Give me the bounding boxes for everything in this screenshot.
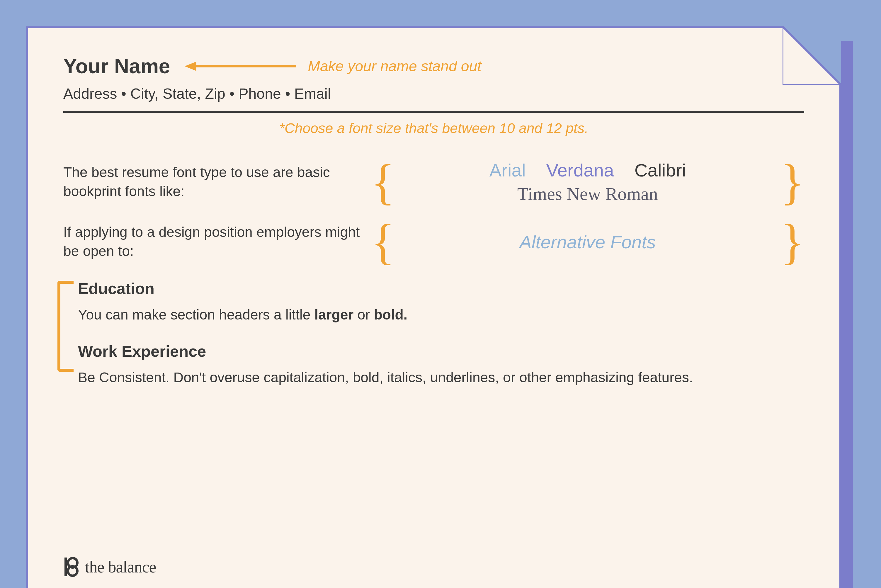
name-callout-text: Make your name stand out [308, 58, 481, 75]
font-example-arial: Arial [490, 160, 526, 180]
font-example-alternative: Alternative Fonts [519, 232, 656, 252]
work-experience-body: Be Consistent. Don't overuse capitalizat… [78, 368, 804, 387]
brace-open-icon: { [371, 162, 395, 202]
section-bracket-icon [57, 281, 73, 372]
font-example-times: Times New Roman [517, 184, 658, 204]
svg-rect-5 [64, 558, 67, 576]
brace-close-icon: } [780, 162, 804, 202]
education-body: You can make section headers a little la… [78, 305, 804, 324]
brand-name: the balance [85, 558, 156, 576]
name-callout-arrow: Make your name stand out [185, 58, 481, 75]
basic-fonts-row: The best resume font type to use are bas… [63, 160, 804, 204]
education-body-b2: bold. [374, 307, 408, 322]
page-corner-fold-icon [782, 26, 841, 85]
work-experience-title: Work Experience [78, 342, 804, 360]
font-example-verdana: Verdana [546, 160, 614, 180]
arrow-left-icon [185, 60, 296, 72]
brace-open-icon: { [371, 222, 395, 262]
design-fonts-examples: Alternative Fonts [395, 232, 781, 252]
contact-line: Address • City, State, Zip • Phone • Ema… [63, 85, 804, 102]
design-fonts-row: If applying to a design position employe… [63, 222, 804, 262]
education-body-mid: or [354, 307, 374, 322]
education-title: Education [78, 279, 804, 297]
basic-fonts-examples: Arial Verdana Calibri Times New Roman [395, 160, 781, 204]
balance-logo-icon [63, 556, 79, 578]
header-divider [63, 111, 804, 113]
education-body-b1: larger [315, 307, 354, 322]
name-heading: Your Name [63, 54, 170, 78]
basic-fonts-intro: The best resume font type to use are bas… [63, 163, 371, 201]
sections-block: Education You can make section headers a… [63, 279, 804, 387]
design-fonts-intro: If applying to a design position employe… [63, 223, 371, 261]
design-fonts-brace-group: { Alternative Fonts } [371, 222, 804, 262]
brace-close-icon: } [780, 222, 804, 262]
font-example-calibri: Calibri [635, 160, 686, 180]
education-body-pre: You can make section headers a little [78, 307, 315, 322]
brand-logo: the balance [63, 556, 156, 578]
svg-marker-4 [185, 62, 196, 71]
font-size-tip: *Choose a font size that's between 10 an… [63, 120, 804, 136]
basic-fonts-brace-group: { Arial Verdana Calibri Times New Roman … [371, 160, 804, 204]
resume-page: Your Name Make your name stand out Addre… [26, 26, 841, 588]
header-row: Your Name Make your name stand out [63, 54, 804, 78]
